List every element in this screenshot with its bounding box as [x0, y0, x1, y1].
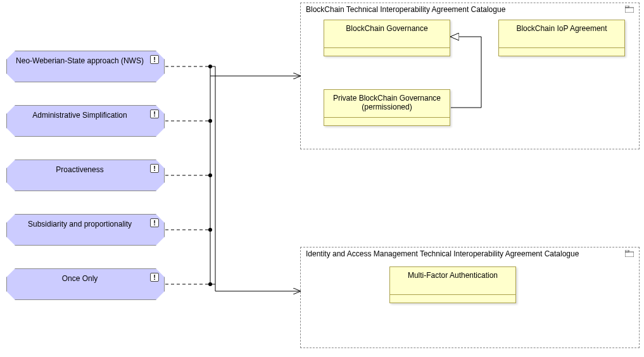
svg-rect-2 [625, 252, 634, 257]
svg-rect-1 [625, 6, 629, 8]
svg-rect-0 [625, 8, 634, 13]
catalogue-iam: Identity and Access Management Technical… [300, 247, 640, 348]
principle-icon: ! [150, 110, 159, 118]
contract-label: BlockChain IoP Agreement [499, 23, 624, 33]
principle-once-only: Once Only ! [6, 268, 165, 300]
catalogue-blockchain: BlockChain Technical Interoperability Ag… [300, 3, 640, 149]
principle-icon: ! [150, 164, 159, 173]
svg-rect-3 [625, 250, 629, 252]
contract-blockchain-iop-agreement: BlockChain IoP Agreement [498, 20, 625, 56]
svg-point-11 [208, 173, 212, 177]
principle-admin-simplification: Administrative Simplification ! [6, 105, 165, 137]
contract-label: Multi-Factor Authentication [390, 270, 515, 280]
principle-icon: ! [150, 273, 159, 282]
svg-point-12 [208, 228, 212, 232]
principle-subsidiarity: Subsidiarity and proportionality ! [6, 214, 165, 246]
contract-blockchain-governance: BlockChain Governance [324, 20, 450, 56]
principle-icon: ! [150, 55, 159, 64]
folder-icon [625, 250, 634, 257]
principle-proactiveness: Proactiveness ! [6, 160, 165, 191]
principle-icon: ! [150, 218, 159, 227]
principle-nws: Neo-Weberian-State approach (NWS) ! [6, 51, 165, 82]
svg-point-9 [208, 65, 212, 68]
principle-label: Administrative Simplification [32, 110, 127, 120]
svg-point-13 [208, 282, 212, 286]
principle-label: Neo-Weberian-State approach (NWS) [16, 55, 144, 65]
contract-label: BlockChain Governance [324, 23, 450, 33]
contract-private-blockchain-governance: Private BlockChain Governance (permissio… [324, 89, 450, 126]
diagram-canvas: Neo-Weberian-State approach (NWS) ! Admi… [0, 0, 644, 357]
contract-label: Private BlockChain Governance (permissio… [324, 92, 450, 111]
catalogue-title: Identity and Access Management Technical… [306, 249, 579, 258]
folder-icon [625, 6, 634, 13]
principle-label: Once Only [62, 273, 98, 283]
contract-mfa: Multi-Factor Authentication [389, 266, 516, 303]
catalogue-title: BlockChain Technical Interoperability Ag… [306, 5, 505, 14]
svg-point-10 [208, 119, 212, 123]
principle-label: Subsidiarity and proportionality [28, 218, 132, 229]
principle-label: Proactiveness [56, 164, 103, 174]
